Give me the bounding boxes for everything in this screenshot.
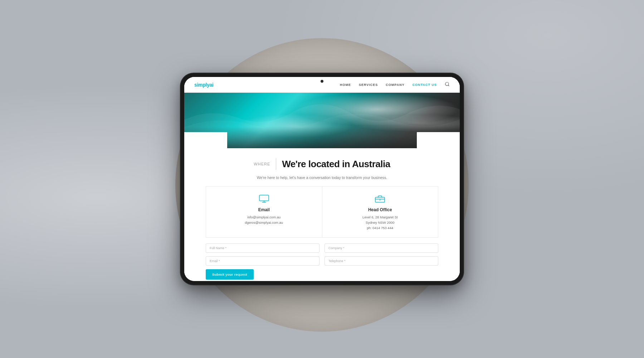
main-content: WHERE We're located in Australia We're h… [184, 148, 460, 281]
nav-company[interactable]: COMPANY [386, 83, 404, 87]
tablet-screen: simplyai HOME SERVICES COMPANY CONTACT U… [184, 77, 460, 281]
briefcase-icon [330, 193, 431, 204]
office-phone: ph: 0414 753 444 [330, 225, 431, 231]
office-address-2: Sydney NSW 2000 [330, 220, 431, 225]
where-label: WHERE [254, 162, 270, 166]
office-address-1: Level 6, 28 Margaret St [330, 214, 431, 220]
email-card-details: info@simplyai.com.au dgeros@simplyai.com… [213, 214, 315, 225]
form-row-2 [206, 256, 438, 266]
nav-links: HOME SERVICES COMPANY CONTACT US [340, 82, 450, 88]
location-title: We're located in Australia [282, 159, 390, 170]
nav-contact[interactable]: CONTACT US [413, 83, 437, 87]
contact-cards: Email info@simplyai.com.au dgeros@simply… [206, 186, 438, 238]
form-row-1 [206, 243, 438, 253]
svg-rect-2 [259, 195, 269, 201]
website-content: simplyai HOME SERVICES COMPANY CONTACT U… [184, 77, 460, 281]
header-divider [276, 158, 276, 170]
telephone-input[interactable] [325, 256, 438, 266]
hero-overlay-right [417, 132, 460, 148]
logo-accent: ai [210, 82, 214, 88]
full-name-input[interactable] [206, 243, 319, 253]
email-1: info@simplyai.com.au [213, 214, 315, 220]
submit-button[interactable]: Submit your request [206, 269, 254, 280]
office-card-details: Level 6, 28 Margaret St Sydney NSW 2000 … [330, 214, 431, 231]
email-input[interactable] [206, 256, 319, 266]
navigation: simplyai HOME SERVICES COMPANY CONTACT U… [184, 77, 460, 93]
logo-text: simply [194, 82, 210, 88]
nav-home[interactable]: HOME [340, 83, 351, 87]
nav-services[interactable]: SERVICES [359, 83, 378, 87]
monitor-icon [213, 193, 315, 204]
email-2: dgeros@simplyai.com.au [213, 220, 315, 225]
site-logo[interactable]: simplyai [194, 82, 214, 88]
hero-image [184, 93, 460, 148]
office-card-title: Head Office [330, 207, 431, 212]
contact-form: Submit your request [184, 238, 460, 281]
location-header: WHERE We're located in Australia [184, 148, 460, 175]
location-subtitle: We're here to help, let's have a convers… [184, 175, 460, 180]
svg-line-1 [448, 85, 449, 86]
search-icon[interactable] [445, 82, 450, 88]
email-card: Email info@simplyai.com.au dgeros@simply… [206, 187, 322, 237]
tablet-device: simplyai HOME SERVICES COMPANY CONTACT U… [181, 73, 463, 285]
office-card: Head Office Level 6, 28 Margaret St Sydn… [322, 187, 438, 237]
email-card-title: Email [213, 207, 315, 212]
company-input[interactable] [325, 243, 438, 253]
hero-overlay-left [184, 132, 227, 148]
